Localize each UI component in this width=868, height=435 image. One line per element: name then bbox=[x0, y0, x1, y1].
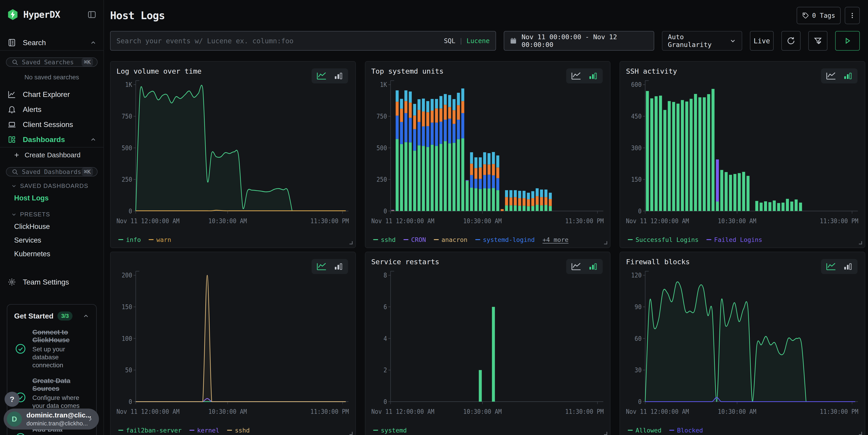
brand-name: HyperDX bbox=[23, 9, 60, 20]
check-circle-icon bbox=[14, 343, 27, 355]
bar-chart-icon[interactable] bbox=[588, 262, 598, 271]
sidebar-item-clickhouse[interactable]: ClickHouse bbox=[0, 220, 103, 234]
svg-text:11:30:00 PM: 11:30:00 PM bbox=[820, 408, 859, 415]
sidebar-item-team-settings[interactable]: Team Settings bbox=[0, 275, 103, 289]
bar-chart-icon[interactable] bbox=[843, 262, 853, 271]
svg-text:Nov 11 12:00:00 AM: Nov 11 12:00:00 AM bbox=[371, 408, 434, 415]
saved-dashboards-input[interactable] bbox=[22, 168, 82, 175]
resize-handle-icon[interactable] bbox=[858, 430, 863, 435]
sidebar-item-client-sessions[interactable]: Client Sessions bbox=[0, 117, 103, 132]
chevron-up-icon[interactable] bbox=[90, 136, 97, 143]
resize-handle-icon[interactable] bbox=[603, 430, 608, 435]
line-chart-icon[interactable] bbox=[316, 71, 327, 80]
bar-chart-icon[interactable] bbox=[334, 262, 343, 271]
chart-legend: fail2ban-serverkernelsshd bbox=[117, 425, 349, 435]
shortcut-badge: ⌘K bbox=[82, 167, 93, 176]
svg-text:30: 30 bbox=[634, 366, 642, 374]
step-desc: Set up your database connection bbox=[32, 345, 89, 369]
resize-handle-icon[interactable] bbox=[348, 240, 353, 246]
presets-section-label[interactable]: PRESETS bbox=[0, 205, 103, 220]
sidebar-collapse-icon[interactable] bbox=[87, 10, 97, 19]
chart-view-toggle[interactable] bbox=[566, 68, 603, 84]
create-dashboard-button[interactable]: Create Dashboard bbox=[0, 148, 103, 160]
sidebar-item-services[interactable]: Services bbox=[0, 234, 103, 247]
panel-auth-failures: 050100150200Nov 11 12:00:00 AM10:30:00 A… bbox=[110, 252, 356, 435]
chart-service-restarts[interactable]: 02468Nov 11 12:00:00 AM10:30:00 AM11:30:… bbox=[371, 268, 604, 425]
granularity-select[interactable]: Auto Granularity bbox=[662, 31, 742, 51]
resize-handle-icon[interactable] bbox=[603, 240, 608, 246]
legend-swatch bbox=[403, 239, 408, 240]
resize-handle-icon[interactable] bbox=[858, 240, 863, 246]
line-chart-icon[interactable] bbox=[571, 71, 582, 80]
chart-log-volume[interactable]: 02505007501KNov 11 12:00:00 AM10:30:00 A… bbox=[117, 77, 349, 235]
chart-view-toggle[interactable] bbox=[566, 259, 603, 274]
date-range-value: Nov 11 00:00:00 - Nov 12 00:00:00 bbox=[522, 33, 648, 49]
chart-view-toggle[interactable] bbox=[312, 259, 348, 274]
get-started-step[interactable]: Connect to ClickHouse Set up your databa… bbox=[14, 328, 89, 369]
help-button[interactable]: ? bbox=[5, 392, 20, 407]
chevron-up-icon[interactable] bbox=[83, 313, 89, 319]
tags-button[interactable]: 0 Tags bbox=[797, 7, 841, 24]
legend-item: kernel bbox=[189, 427, 219, 434]
panel-menu-button[interactable] bbox=[845, 7, 860, 24]
bar-chart-icon[interactable] bbox=[334, 71, 343, 80]
svg-text:0: 0 bbox=[638, 207, 642, 215]
chevron-right-icon bbox=[87, 415, 94, 423]
svg-text:8: 8 bbox=[383, 272, 387, 279]
filter-button[interactable] bbox=[808, 31, 828, 51]
legend-item: sshd bbox=[373, 236, 396, 243]
chart-view-toggle[interactable] bbox=[821, 68, 858, 84]
chart-firewall-blocks[interactable]: 0306090120Nov 11 12:00:00 AM10:30:00 AM1… bbox=[626, 268, 859, 425]
chart-auth-failures[interactable]: 050100150200Nov 11 12:00:00 AM10:30:00 A… bbox=[117, 268, 349, 425]
line-chart-icon[interactable] bbox=[571, 262, 582, 271]
line-chart-icon[interactable] bbox=[826, 262, 837, 271]
live-button[interactable]: Live bbox=[750, 31, 774, 51]
saved-searches-input-wrap: ⌘K bbox=[6, 58, 98, 67]
svg-text:150: 150 bbox=[122, 303, 132, 311]
run-query-button[interactable] bbox=[835, 31, 860, 51]
sidebar-item-label: Client Sessions bbox=[23, 120, 73, 129]
line-chart-icon[interactable] bbox=[316, 262, 327, 271]
chart-top-systemd-units[interactable]: 02505007501KNov 11 12:00:00 AM10:30:00 A… bbox=[371, 77, 604, 235]
bar-chart-icon[interactable] bbox=[843, 71, 853, 80]
svg-text:11:30:00 PM: 11:30:00 PM bbox=[565, 217, 603, 225]
tag-icon bbox=[802, 12, 809, 19]
lucene-toggle[interactable]: Lucene bbox=[467, 37, 490, 45]
bar-chart-icon[interactable] bbox=[588, 71, 598, 80]
sidebar-item-host-logs[interactable]: Host Logs bbox=[0, 191, 103, 205]
sidebar-item-chart-explorer[interactable]: Chart Explorer bbox=[0, 87, 103, 102]
user-name: dominic.tran@clic... bbox=[26, 411, 87, 419]
legend-swatch bbox=[118, 430, 123, 431]
line-chart-icon[interactable] bbox=[826, 71, 837, 80]
event-search-input[interactable] bbox=[117, 37, 444, 45]
svg-text:60: 60 bbox=[634, 335, 642, 342]
panel-log-volume: Log volume over time 02505007501KNov 11 … bbox=[110, 61, 356, 248]
resize-handle-icon[interactable] bbox=[348, 430, 353, 435]
svg-text:10:30:00 AM: 10:30:00 AM bbox=[208, 408, 247, 415]
saved-searches-input[interactable] bbox=[22, 59, 82, 66]
svg-text:500: 500 bbox=[376, 144, 387, 152]
legend-item: info bbox=[118, 236, 141, 243]
refresh-button[interactable] bbox=[781, 31, 801, 51]
chart-ssh-activity[interactable]: 0150300450600Nov 11 12:00:00 AM10:30:00 … bbox=[626, 77, 859, 235]
chart-view-toggle[interactable] bbox=[312, 68, 348, 84]
sidebar-item-alerts[interactable]: Alerts bbox=[0, 102, 103, 117]
kebab-icon bbox=[849, 12, 856, 20]
sidebar-item-dashboards[interactable]: Dashboards bbox=[0, 132, 103, 147]
legend-item[interactable]: +4 more bbox=[542, 236, 568, 243]
svg-text:1K: 1K bbox=[380, 81, 387, 89]
chart-view-toggle[interactable] bbox=[821, 259, 858, 274]
saved-dashboards-section-label[interactable]: SAVED DASHBOARDS bbox=[0, 177, 103, 191]
chevron-up-icon[interactable] bbox=[90, 39, 97, 46]
sql-toggle[interactable]: SQL bbox=[444, 37, 456, 45]
sidebar-item-kubernetes[interactable]: Kubernetes bbox=[0, 247, 103, 261]
bell-icon bbox=[7, 105, 17, 114]
check-circle-icon bbox=[14, 432, 27, 435]
user-menu[interactable]: D dominic.tran@clic... dominic.tran@clic… bbox=[4, 409, 99, 430]
legend-swatch bbox=[373, 239, 378, 240]
sidebar-item-search[interactable]: Search bbox=[0, 35, 103, 50]
svg-text:0: 0 bbox=[383, 398, 387, 405]
legend-swatch bbox=[475, 239, 480, 240]
date-range-input[interactable]: Nov 11 00:00:00 - Nov 12 00:00:00 bbox=[504, 31, 654, 51]
sidebar-item-label: Chart Explorer bbox=[23, 90, 70, 99]
